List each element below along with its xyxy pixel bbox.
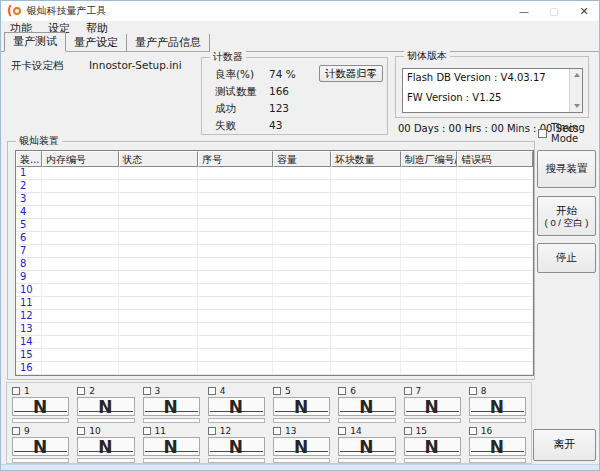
tab-3[interactable]: 量产产品信息: [127, 34, 210, 52]
table-cell: [401, 271, 458, 283]
port-status-letter: N: [405, 398, 460, 416]
checkbox-icon[interactable]: [338, 427, 346, 435]
table-cell: [198, 219, 273, 231]
port-slot-15: 15N: [404, 424, 461, 464]
port-slot-2: 2N: [77, 384, 134, 424]
port-checkbox-6[interactable]: 6: [338, 385, 395, 396]
firmware-listbox[interactable]: Flash DB Version : V4.03.17FW Version : …: [402, 68, 583, 113]
checkbox-icon[interactable]: [404, 427, 412, 435]
checkbox-icon[interactable]: [12, 387, 20, 395]
table-cell: [457, 310, 533, 322]
table-cell: [331, 336, 401, 348]
exit-button[interactable]: 离开: [533, 429, 596, 461]
port-checkbox-9[interactable]: 9: [12, 425, 69, 436]
table-row[interactable]: 14: [16, 336, 533, 349]
close-button[interactable]: ✕: [569, 1, 599, 21]
timing-mode-checkbox[interactable]: Timing Mode: [538, 122, 599, 144]
table-cell: [198, 310, 273, 322]
row-number: 6: [16, 232, 42, 244]
column-header-3[interactable]: 状态: [119, 151, 199, 167]
checkbox-icon[interactable]: [273, 427, 281, 435]
table-row[interactable]: 10: [16, 284, 533, 297]
scroll-down-icon[interactable]: [570, 100, 583, 112]
column-header-5[interactable]: 容量: [273, 151, 331, 167]
table-row[interactable]: 15: [16, 349, 533, 362]
checkbox-icon[interactable]: [338, 387, 346, 395]
checkbox-icon[interactable]: [469, 427, 477, 435]
counter-reset-button[interactable]: 计数器归零: [319, 65, 383, 82]
checkbox-icon[interactable]: [143, 427, 151, 435]
port-status-display: N: [12, 397, 69, 416]
start-button[interactable]: 开始 ( 0 / 空白 ): [537, 196, 596, 236]
port-checkbox-15[interactable]: 15: [404, 425, 461, 436]
port-checkbox-16[interactable]: 16: [469, 425, 526, 436]
port-slot-1: 1N: [12, 384, 69, 424]
port-checkbox-14[interactable]: 14: [338, 425, 395, 436]
checkbox-icon[interactable]: [538, 129, 547, 138]
table-row[interactable]: 5: [16, 219, 533, 232]
table-cell: [331, 284, 401, 296]
port-checkbox-4[interactable]: 4: [208, 385, 265, 396]
table-cell: [457, 167, 533, 179]
checkbox-icon[interactable]: [273, 387, 281, 395]
column-header-1[interactable]: 装...: [16, 151, 42, 167]
search-devices-button[interactable]: 搜寻装置: [537, 150, 596, 188]
minimize-button[interactable]: —: [509, 1, 539, 21]
port-checkbox-1[interactable]: 1: [12, 385, 69, 396]
table-row[interactable]: 7: [16, 245, 533, 258]
column-header-4[interactable]: 序号: [198, 151, 273, 167]
start-button-sublabel: ( 0 / 空白 ): [545, 217, 589, 229]
column-header-6[interactable]: 坏块数量: [331, 151, 401, 167]
port-progress-bar: [77, 458, 134, 463]
port-checkbox-3[interactable]: 3: [143, 385, 200, 396]
row-number: 2: [16, 180, 42, 192]
tab-2[interactable]: 量产设定: [66, 34, 127, 52]
port-checkbox-13[interactable]: 13: [273, 425, 330, 436]
table-row[interactable]: 9: [16, 271, 533, 284]
stop-button[interactable]: 停止: [537, 243, 596, 273]
column-header-7[interactable]: 制造厂编号/产...: [401, 151, 458, 167]
checkbox-icon[interactable]: [208, 387, 216, 395]
counter-group: 计数器 良率(%)74 %测试数量166成功123失败43 计数器归零: [201, 57, 388, 135]
checkbox-icon[interactable]: [77, 387, 85, 395]
table-row[interactable]: 16: [16, 362, 533, 375]
scroll-up-icon[interactable]: [570, 69, 583, 81]
port-checkbox-5[interactable]: 5: [273, 385, 330, 396]
table-row[interactable]: 2: [16, 180, 533, 193]
column-header-2[interactable]: 内存编号: [42, 151, 119, 167]
table-row[interactable]: 13: [16, 323, 533, 336]
table-row[interactable]: 8: [16, 258, 533, 271]
port-checkbox-12[interactable]: 12: [208, 425, 265, 436]
port-checkbox-8[interactable]: 8: [469, 385, 526, 396]
table-row[interactable]: 11: [16, 297, 533, 310]
table-cell: [198, 232, 273, 244]
checkbox-icon[interactable]: [77, 427, 85, 435]
port-checkbox-10[interactable]: 10: [77, 425, 134, 436]
checkbox-icon[interactable]: [469, 387, 477, 395]
checkbox-icon[interactable]: [208, 427, 216, 435]
table-row[interactable]: 6: [16, 232, 533, 245]
maximize-button[interactable]: ▢: [539, 1, 569, 21]
counter-row-3: 成功123: [215, 102, 236, 116]
port-number: 5: [285, 386, 291, 396]
table-row[interactable]: 1: [16, 167, 533, 180]
firmware-scrollbar[interactable]: [569, 69, 582, 112]
port-number: 6: [350, 386, 356, 396]
table-row[interactable]: 4: [16, 206, 533, 219]
table-row[interactable]: 12: [16, 310, 533, 323]
column-header-8[interactable]: 错误码: [457, 151, 533, 167]
ports-panel: 1N2N3N4N5N6N7N8N 9N10N11N12N13N14N15N16N: [6, 382, 532, 464]
port-slot-10: 10N: [77, 424, 134, 464]
port-checkbox-7[interactable]: 7: [404, 385, 461, 396]
checkbox-icon[interactable]: [143, 387, 151, 395]
table-row[interactable]: 3: [16, 193, 533, 206]
tab-1[interactable]: 量产测试: [4, 32, 66, 52]
table-cell: [331, 232, 401, 244]
table-cell: [457, 245, 533, 257]
checkbox-icon[interactable]: [404, 387, 412, 395]
port-checkbox-11[interactable]: 11: [143, 425, 200, 436]
table-cell: [119, 362, 199, 374]
port-checkbox-2[interactable]: 2: [77, 385, 134, 396]
checkbox-icon[interactable]: [12, 427, 20, 435]
counter-value: 166: [269, 85, 289, 97]
